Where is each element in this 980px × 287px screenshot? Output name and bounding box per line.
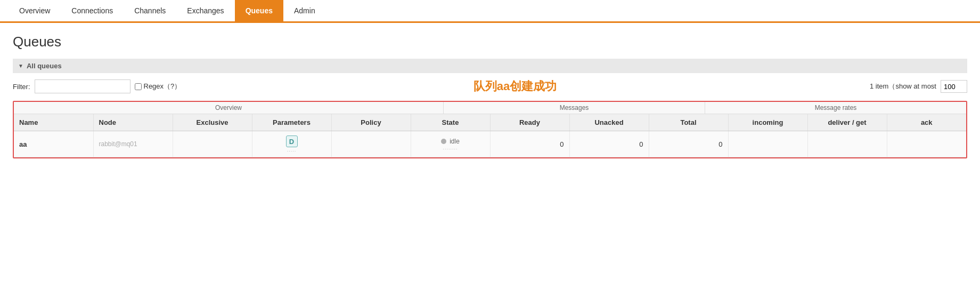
cell-name: aa xyxy=(14,131,93,157)
nav-channels[interactable]: Channels xyxy=(124,0,176,21)
col-parameters: Parameters xyxy=(252,114,331,131)
table-row[interactable]: aa rabbit@mq01 D ..... idle ........ xyxy=(14,131,966,157)
col-name: Name xyxy=(14,114,93,131)
cell-policy xyxy=(331,131,411,157)
state-dot-icon xyxy=(441,139,446,144)
item-count-text: 1 item（show at most xyxy=(870,82,936,91)
cell-total: 0 xyxy=(649,131,728,157)
group-message-rates: Message rates xyxy=(705,102,966,114)
cell-ready: 0 xyxy=(490,131,569,157)
state-dashes: ........ xyxy=(416,145,485,150)
col-state: State xyxy=(411,114,490,131)
filter-row: Filter: Regex（?） 队列aa创建成功 1 item（show at… xyxy=(13,79,967,93)
cell-deliver-get xyxy=(807,131,887,157)
all-queues-section-header[interactable]: ▼ All queues xyxy=(13,59,967,73)
col-deliver-get: deliver / get xyxy=(807,114,887,131)
page-content: Queues ▼ All queues Filter: Regex（?） 队列a… xyxy=(0,23,980,169)
regex-checkbox[interactable] xyxy=(135,83,142,90)
item-count-input[interactable] xyxy=(941,80,967,93)
cell-unacked: 0 xyxy=(569,131,649,157)
group-messages: Messages xyxy=(444,102,705,114)
cell-parameters: D ..... xyxy=(252,131,331,157)
cell-incoming xyxy=(728,131,807,157)
queues-table: Name Node Exclusive Parameters Policy St… xyxy=(14,114,966,157)
nav-overview[interactable]: Overview xyxy=(9,0,61,21)
col-ready: Ready xyxy=(490,114,569,131)
nav-connections[interactable]: Connections xyxy=(61,0,124,21)
col-incoming: incoming xyxy=(728,114,807,131)
cell-exclusive xyxy=(173,131,252,157)
nav-admin[interactable]: Admin xyxy=(283,0,326,21)
all-queues-label: All queues xyxy=(27,62,62,70)
filter-input[interactable] xyxy=(35,79,130,93)
cell-ack xyxy=(887,131,966,157)
cell-state: idle ........ xyxy=(411,131,490,157)
top-navigation: Overview Connections Channels Exchanges … xyxy=(0,0,980,23)
filter-label: Filter: xyxy=(13,83,30,91)
col-node: Node xyxy=(93,114,173,131)
success-message: 队列aa创建成功 xyxy=(473,78,557,94)
item-count: 1 item（show at most xyxy=(870,80,967,93)
table-header-row: Name Node Exclusive Parameters Policy St… xyxy=(14,114,966,131)
nav-queues[interactable]: Queues xyxy=(235,0,283,21)
col-unacked: Unacked xyxy=(569,114,649,131)
regex-container: Regex（?） xyxy=(135,82,182,91)
group-overview: Overview xyxy=(14,102,444,114)
d-badge-dots: ..... xyxy=(258,147,326,153)
col-exclusive: Exclusive xyxy=(173,114,252,131)
group-header-bar: Overview Messages Message rates xyxy=(14,102,966,114)
collapse-triangle-icon: ▼ xyxy=(18,63,23,69)
state-idle-container: idle xyxy=(416,138,485,145)
page-title: Queues xyxy=(13,34,967,50)
nav-exchanges[interactable]: Exchanges xyxy=(176,0,234,21)
regex-label: Regex（?） xyxy=(144,82,182,91)
d-badge: D xyxy=(286,135,298,147)
state-text: idle xyxy=(450,138,460,145)
col-total: Total xyxy=(649,114,728,131)
cell-node: rabbit@mq01 xyxy=(93,131,173,157)
col-policy: Policy xyxy=(331,114,411,131)
col-ack: ack xyxy=(887,114,966,131)
queues-table-container: Overview Messages Message rates Name Nod… xyxy=(13,101,967,158)
